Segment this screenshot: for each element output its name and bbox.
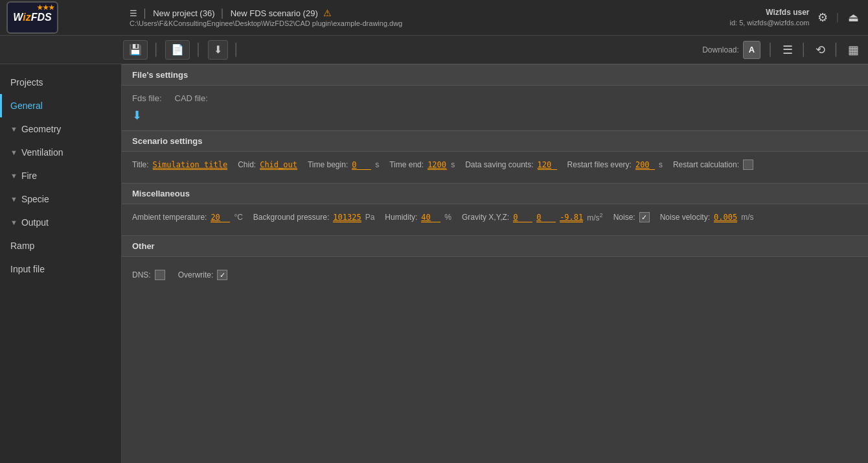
sidebar-label-projects: Projects [10,77,43,88]
data-saving-group: Data saving counts: 120 [465,160,556,170]
sidebar-item-fire[interactable]: ▼ Fire [0,164,121,187]
fds-label: Fds file: [132,93,162,103]
overwrite-group: Overwrite: [178,270,228,280]
logo-text: WizFDS [13,12,51,23]
ambient-temp-group: Ambient temperature: 20 °C [132,213,243,222]
download-button[interactable]: ⬇ [208,40,228,60]
sidebar-item-projects[interactable]: Projects [0,71,121,94]
chid-label: Chid: [238,160,256,169]
humidity-unit: % [444,213,451,222]
gravity-label: Gravity X,Y,Z: [462,213,509,222]
noise-velocity-value[interactable]: 0.005 [714,213,737,222]
file-path: C:\Users\F&KConsultingEnginee\Desktop\Wi… [130,19,729,27]
noise-velocity-group: Noise velocity: 0.005 m/s [660,213,754,222]
chid-value[interactable]: Chid_out [260,160,297,170]
download-area: Download: A [702,41,760,59]
restart-files-unit: s [659,160,663,169]
logo-area: ★★★ WizFDS [6,1,123,34]
title-value[interactable]: Simulation title [153,160,228,170]
restart-files-value[interactable]: 200 [635,160,655,170]
logo: ★★★ WizFDS [6,1,58,34]
user-info: Wizfds user id: 5, wizfds@wizfds.com [729,7,809,28]
time-end-unit: s [451,160,455,169]
download-a-button[interactable]: A [743,41,760,59]
top-center: ☰ │ New project (36) │ New FDS scenario … [123,8,729,27]
overwrite-checkbox[interactable] [217,270,227,280]
restart-files-label: Restart files every: [567,160,632,169]
user-id: id: 5, wizfds@wizfds.com [729,18,809,28]
data-saving-label: Data saving counts: [465,160,533,169]
scenario-row: Title: Simulation title Chid: Chid_out T… [132,160,858,170]
restart-calc-group: Restart calculation: [673,160,753,170]
noise-checkbox[interactable] [639,212,650,222]
time-end-group: Time end: 1200 s [389,160,455,170]
sidebar-item-specie[interactable]: ▼ Specie [0,187,121,211]
time-begin-group: Time begin: 0 s [308,160,379,170]
chid-group: Chid: Chid_out [238,160,297,170]
time-begin-value[interactable]: 0 [352,160,371,170]
sidebar-label-geometry: Geometry [21,124,61,134]
document-button[interactable]: 📄 [165,40,190,60]
sidebar-label-specie: Specie [21,194,49,204]
logout-button[interactable]: ⏏ [845,8,862,27]
gravity-z-value[interactable]: -9.81 [560,213,583,222]
sidebar-item-geometry[interactable]: ▼ Geometry [0,117,121,141]
restart-calc-label: Restart calculation: [673,160,739,169]
time-end-value[interactable]: 1200 [428,160,447,170]
gravity-y-value[interactable]: 0 [536,213,556,222]
menu-icon: ☰ [130,8,137,18]
chevron-down-icon-2: ▼ [10,148,17,156]
file-settings-header: File's settings [122,64,868,86]
ambient-temp-value[interactable]: 20 [211,213,230,222]
scenario-name: New FDS scenario (29) [231,8,318,18]
misc-row: Ambient temperature: 20 °C Background pr… [132,212,858,222]
sidebar-item-ventilation[interactable]: ▼ Ventilation [0,141,121,164]
table-button[interactable]: ▦ [845,42,862,58]
top-bar: ★★★ WizFDS ☰ │ New project (36) │ New FD… [0,0,868,36]
dns-group: DNS: [132,270,165,280]
chevron-down-icon-3: ▼ [10,172,17,180]
bg-pressure-unit: Pa [365,213,375,222]
bg-pressure-group: Background pressure: 101325 Pa [253,213,374,222]
diagram-button[interactable]: ⟲ [813,42,828,58]
sidebar-item-ramp[interactable]: Ramp [0,234,121,257]
sidebar-label-output: Output [21,217,49,228]
settings-button[interactable]: ⚙ [815,8,830,27]
humidity-group: Humidity: 40 % [385,213,451,222]
restart-calc-checkbox[interactable] [743,160,753,170]
humidity-value[interactable]: 40 [421,213,440,222]
fds-download-button[interactable]: ⬇ [132,108,142,123]
toolbar-right-icons: │ ☰ │ ⟲ │ ▦ [766,42,862,58]
sidebar-label-fire: Fire [21,171,37,181]
logo-stars: ★★★ [37,4,54,11]
list-view-button[interactable]: ☰ [780,42,795,58]
user-name: Wizfds user [729,7,809,18]
project-name: New project (36) [153,8,214,18]
sidebar-label-input-file: Input file [10,264,45,274]
noise-velocity-label: Noise velocity: [660,213,710,222]
misc-header: Miscellaneous [122,183,868,204]
gravity-x-value[interactable]: 0 [513,213,532,222]
other-body: DNS: Overwrite: [122,257,868,288]
sidebar-item-input-file[interactable]: Input file [0,257,121,281]
time-end-label: Time end: [389,160,424,169]
sidebar-label-ventilation: Ventilation [21,147,63,158]
ambient-temp-unit: °C [234,213,242,222]
sidebar-item-output[interactable]: ▼ Output [0,211,121,234]
bg-pressure-value[interactable]: 101325 [333,213,361,222]
dns-label: DNS: [132,270,151,279]
scenario-settings-body: Title: Simulation title Chid: Chid_out T… [122,152,868,178]
project-row: ☰ │ New project (36) │ New FDS scenario … [130,8,729,18]
files-row: Fds file: CAD file: [132,93,858,103]
overwrite-label: Overwrite: [178,270,214,279]
data-saving-value[interactable]: 120 [538,160,557,170]
sidebar: Projects General ▼ Geometry ▼ Ventilatio… [0,64,122,463]
noise-velocity-unit: m/s [741,213,753,222]
gravity-group: Gravity X,Y,Z: 0 0 -9.81 m/s2 [462,212,603,222]
toolbar-right: Download: A │ ☰ │ ⟲ │ ▦ [702,41,862,59]
save-button[interactable]: 💾 [123,40,148,60]
misc-body: Ambient temperature: 20 °C Background pr… [122,204,868,230]
sidebar-item-general[interactable]: General [0,94,121,117]
fds-download-row: ⬇ [132,108,858,123]
dns-checkbox[interactable] [155,270,165,280]
